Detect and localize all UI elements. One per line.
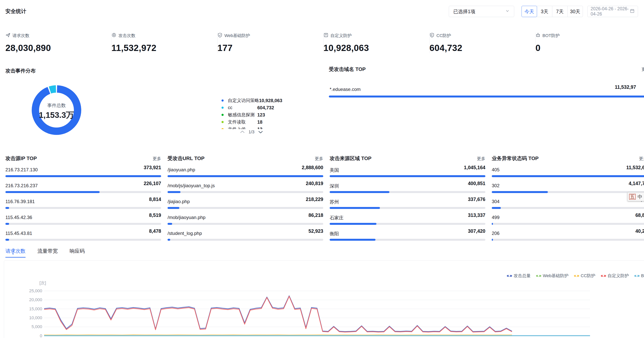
more-link[interactable]: 更多 <box>153 156 161 162</box>
stats-row: 请求次数 28,030,890 攻击次数 11,532,972 Web基础防护 … <box>6 33 642 53</box>
chart-legend-label: CC防护 <box>581 273 596 279</box>
table-row: 216.73.217.130373,921 <box>6 165 161 181</box>
table-row: 衡阳307,420 <box>330 228 485 244</box>
legend-dot <box>222 114 224 116</box>
stat-label: BOT防护 <box>542 33 560 39</box>
table-row: 304677,47 <box>492 197 644 212</box>
stat-label: 请求次数 <box>12 33 30 39</box>
robot-icon <box>536 33 540 39</box>
y-tick: 20,000 <box>12 297 42 302</box>
ime-wubi-indicator[interactable]: 五 <box>629 194 636 200</box>
attacked-url-top: 受攻击URL TOP 更多 /jiaoyuan.php2,888,600 /mo… <box>168 155 323 244</box>
more-link[interactable]: 更多 <box>315 156 323 162</box>
y-tick: 0 <box>12 333 42 338</box>
attack-source-region-top: 攻击来源区域 TOP 更多 美国1,045,164 深圳400,851 苏州33… <box>330 155 485 244</box>
attacked-domain-top-panel: 受攻击域名 TOP 更多 *.eduease.com 11,532,97 <box>329 66 644 100</box>
donut-center-label: 事件总数 1,153.3万 <box>35 102 78 120</box>
range-30d-button[interactable]: 30天 <box>568 6 583 17</box>
stat-label: CC防护 <box>436 33 451 39</box>
paper-plane-icon <box>6 33 10 39</box>
table-row: 3024,147,73 <box>492 181 644 197</box>
legend-value: 123 <box>257 112 265 118</box>
domain-row: *.eduease.com 11,532,97 <box>329 83 644 100</box>
more-link[interactable]: 更多 <box>477 156 485 162</box>
legend-value: 13 <box>257 126 262 129</box>
donut-center-value: 1,153.3万 <box>35 110 78 120</box>
stat-cc-protection: CC防护 604,732 <box>430 33 536 53</box>
tab-response-code[interactable]: 响应码 <box>70 248 85 258</box>
stat-value: 0 <box>536 43 634 53</box>
shield-custom-icon <box>324 33 328 39</box>
stat-label: Web基础防护 <box>224 33 250 39</box>
calendar-icon <box>630 8 635 15</box>
legend-dot <box>222 121 224 123</box>
page-title: 安全统计 <box>6 8 26 15</box>
legend-dot <box>222 128 224 129</box>
domain-value: 11,532,97 <box>615 84 636 90</box>
ime-language-indicator[interactable]: 中 <box>638 194 642 200</box>
stat-label: 攻击次数 <box>118 33 136 39</box>
ime-toolbar-overlay[interactable]: 五 中 <box>627 192 644 201</box>
range-7d-button[interactable]: 7天 <box>552 6 568 17</box>
more-link[interactable]: 更多 <box>639 156 644 162</box>
chart-legend-item[interactable]: BOT攻击防护 <box>634 273 644 279</box>
chevron-up-icon[interactable] <box>240 130 245 134</box>
legend-name: 自定义访问策略 <box>228 97 259 103</box>
top-lists-section: 攻击源IP TOP 更多 216.73.217.130373,921 216.7… <box>6 155 644 244</box>
line-series-marker-icon <box>601 275 606 277</box>
attacked-domain-more-link[interactable]: 更多 <box>642 67 644 72</box>
attack-distribution-title: 攻击事件分布 <box>6 67 36 74</box>
range-today-button[interactable]: 今天 <box>522 6 537 17</box>
chart-legend-label: 攻击总量 <box>514 273 531 279</box>
security-statistics-page: 安全统计 已选择1项 今天 3天 7天 30天 2026-04-26 - 202… <box>0 0 644 338</box>
legend-value: 604,732 <box>257 105 274 110</box>
tab-request-count[interactable]: 请求次数 <box>6 248 26 258</box>
table-row: /mob/js/jiaoyuan_top.js240,819 <box>168 181 323 197</box>
legend-item-clipped: 文件上传 13 <box>222 126 285 129</box>
trend-chart-card <box>4 260 644 338</box>
column-title: 业务异常状态码 TOP <box>492 155 538 162</box>
legend-dot <box>222 99 224 102</box>
date-range-picker[interactable]: 2026-04-26 - 2026-04-26 <box>587 6 638 17</box>
legend-item: cc 604,732 <box>222 104 285 111</box>
column-title: 受攻击URL TOP <box>168 155 204 162</box>
legend-name: cc <box>228 105 257 110</box>
line-series-marker-icon <box>536 275 541 277</box>
y-tick: 15,000 <box>12 306 42 311</box>
filter-select-value: 已选择1项 <box>453 8 475 15</box>
attack-source-ip-top: 攻击源IP TOP 更多 216.73.217.130373,921 216.7… <box>6 155 161 244</box>
table-row: 116.76.39.1818,814 <box>6 197 161 212</box>
tab-traffic-bandwidth[interactable]: 流量带宽 <box>38 248 58 258</box>
date-range-button-group: 今天 3天 7天 30天 <box>522 6 583 17</box>
y-tick: 5,000 <box>12 324 42 329</box>
bar-fill <box>329 96 644 97</box>
trend-tabs: 请求次数 流量带宽 响应码 <box>6 248 85 258</box>
table-row: /jiajiao.php218,229 <box>168 197 323 212</box>
chart-legend-item[interactable]: 攻击总量 <box>507 273 531 279</box>
chart-legend-item[interactable]: Web基础防护 <box>536 273 568 279</box>
donut-center-caption: 事件总数 <box>35 102 78 108</box>
legend-name: 敏感信息探测 <box>228 112 257 118</box>
chart-legend: 攻击总量Web基础防护CC防护自定义防护BOT攻击防护 <box>507 273 644 279</box>
table-row: 49968,82 <box>492 212 644 228</box>
chart-legend-item[interactable]: CC防护 <box>574 273 596 279</box>
range-3d-button[interactable]: 3天 <box>537 6 552 17</box>
chart-legend-item[interactable]: 自定义防护 <box>601 273 629 279</box>
shield-check-icon <box>218 33 222 39</box>
table-row: 40511,532,69 <box>492 165 644 181</box>
stat-web-basic: Web基础防护 177 <box>218 33 324 53</box>
chevron-down-icon[interactable] <box>258 130 263 134</box>
table-row: /jiaoyuan.php2,888,600 <box>168 165 323 181</box>
table-row: 石家庄313,337 <box>330 212 485 228</box>
y-tick: 25,000 <box>12 288 42 293</box>
stat-value: 177 <box>218 43 316 53</box>
domain-filter-select[interactable]: 已选择1项 <box>449 6 514 17</box>
stat-value: 11,532,972 <box>112 43 210 53</box>
table-row: 216.73.216.237226,107 <box>6 181 161 197</box>
column-title: 攻击源IP TOP <box>6 155 37 162</box>
legend-page-indicator: 1/3 <box>248 129 254 134</box>
legend-pagination: 1/3 <box>222 129 280 134</box>
line-series-marker-icon <box>574 275 579 277</box>
stat-requests: 请求次数 28,030,890 <box>6 33 112 53</box>
table-row: 苏州337,676 <box>330 197 485 212</box>
